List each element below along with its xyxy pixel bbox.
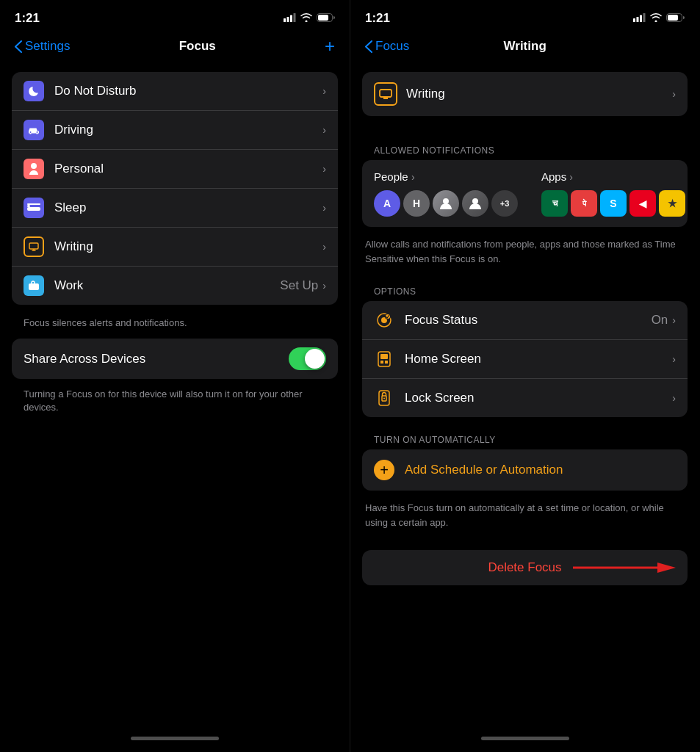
app-icon-4: ◀ [629, 190, 656, 217]
apps-title: Apps › [541, 170, 685, 183]
back-button-left[interactable]: Settings [15, 39, 70, 54]
options-label: OPTIONS [362, 275, 688, 301]
focus-list: Do Not Disturb › Driving › Personal › [12, 72, 338, 305]
monitor-icon [24, 236, 44, 257]
chevron-icon: › [672, 88, 676, 100]
battery-icon-left [317, 13, 335, 24]
focus-item-work[interactable]: Work Set Up › [12, 267, 338, 305]
writing-monitor-icon [374, 82, 397, 106]
chevron-icon: › [322, 163, 326, 175]
svg-rect-13 [29, 283, 39, 290]
focus-item-do-not-disturb[interactable]: Do Not Disturb › [12, 72, 338, 111]
home-screen-item[interactable]: Home Screen › [362, 340, 688, 379]
moon-icon [24, 81, 44, 101]
home-bar-right [350, 731, 699, 752]
status-bar-right: 1:21 [350, 0, 699, 32]
svg-rect-15 [637, 17, 639, 22]
svg-rect-16 [640, 15, 642, 22]
focus-status-label: Focus Status [405, 313, 652, 328]
status-icons-right [633, 13, 685, 24]
focus-item-personal[interactable]: Personal › [12, 150, 338, 189]
chevron-icon: › [672, 392, 676, 404]
focus-item-sleep[interactable]: Sleep › [12, 189, 338, 228]
do-not-disturb-label: Do Not Disturb [54, 84, 322, 98]
app-icons: च पे S ◀ ★ [541, 190, 685, 217]
writing-header[interactable]: Writing › [362, 72, 688, 116]
focus-status-value: On [652, 313, 668, 328]
avatar-person2 [462, 190, 488, 217]
work-value: Set Up [280, 278, 318, 293]
toggle-thumb [305, 349, 325, 369]
signal-icon-left [284, 13, 296, 24]
notifications-card: People › A H +3 Apps › [362, 160, 688, 227]
svg-rect-10 [27, 205, 30, 207]
right-content: Writing › ALLOWED NOTIFICATIONS People ›… [350, 65, 699, 731]
share-across-devices-label: Share Across Devices [24, 352, 145, 366]
writing-label: Writing [54, 239, 322, 254]
wifi-icon-right [650, 13, 662, 24]
svg-point-22 [472, 198, 478, 204]
lock-screen-label: Lock Screen [405, 391, 672, 405]
share-across-devices-row[interactable]: Share Across Devices [12, 339, 338, 379]
person-icon [24, 159, 44, 179]
focus-item-writing[interactable]: Writing › [12, 228, 338, 267]
auto-caption: Have this Focus turn on automatically at… [362, 496, 688, 538]
svg-point-7 [37, 131, 38, 133]
status-time-right: 1:21 [365, 11, 390, 26]
home-bar-left [0, 731, 350, 752]
add-schedule-icon: + [374, 460, 394, 480]
svg-point-6 [30, 131, 32, 133]
focus-caption: Focus silences alerts and notifications. [12, 311, 338, 339]
app-icon-5: ★ [659, 190, 685, 217]
bed-icon [24, 198, 44, 218]
svg-rect-17 [643, 13, 646, 22]
chevron-icon: › [322, 85, 326, 97]
turn-on-auto-label: TURN ON AUTOMATICALLY [362, 423, 688, 449]
app-icon-2: पे [571, 190, 597, 217]
lock-screen-icon [374, 388, 394, 408]
signal-icon-right [633, 13, 646, 24]
chevron-icon: › [322, 124, 326, 136]
svg-point-21 [443, 198, 449, 204]
briefcase-icon [24, 275, 44, 296]
driving-label: Driving [54, 123, 322, 137]
red-arrow-annotation [573, 559, 676, 576]
avatar-person1 [433, 190, 459, 217]
back-button-right[interactable]: Focus [365, 39, 409, 54]
car-icon [24, 120, 44, 140]
add-schedule-label: Add Schedule or Automation [405, 463, 563, 477]
chevron-icon: › [672, 314, 676, 326]
people-avatars: A H +3 [374, 190, 518, 217]
home-indicator-right [481, 737, 569, 740]
people-title: People › [374, 170, 518, 183]
home-indicator-left [131, 737, 219, 740]
apps-col[interactable]: Apps › च पे S ◀ [541, 170, 685, 217]
focus-item-driving[interactable]: Driving › [12, 111, 338, 150]
chevron-icon: › [322, 280, 326, 292]
svg-point-33 [383, 398, 385, 400]
apps-chevron: › [569, 171, 573, 183]
delete-focus-row[interactable]: Delete Focus [362, 550, 688, 585]
share-across-devices-toggle[interactable] [289, 347, 326, 370]
svg-rect-0 [284, 18, 286, 22]
chevron-icon: › [672, 353, 676, 365]
focus-status-item[interactable]: Focus Status On › [362, 301, 688, 340]
chevron-icon: › [322, 202, 326, 214]
add-focus-button[interactable]: + [325, 37, 335, 55]
sleep-label: Sleep [54, 200, 322, 215]
svg-rect-5 [318, 15, 328, 21]
svg-rect-19 [668, 15, 678, 21]
nav-bar-right: Focus Writing [350, 32, 699, 65]
svg-rect-30 [385, 361, 388, 364]
avatar-h: H [403, 190, 430, 217]
avatar-a: A [374, 190, 400, 217]
svg-rect-2 [290, 15, 292, 22]
add-schedule-row[interactable]: + Add Schedule or Automation [362, 449, 688, 491]
chevron-icon: › [322, 241, 326, 253]
wifi-icon-left [300, 13, 312, 24]
lock-screen-item[interactable]: Lock Screen › [362, 379, 688, 417]
people-col[interactable]: People › A H +3 [374, 170, 518, 217]
battery-icon-right [666, 13, 685, 24]
options-list: Focus Status On › Home Screen › [362, 301, 688, 417]
status-bar-left: 1:21 [0, 0, 350, 32]
